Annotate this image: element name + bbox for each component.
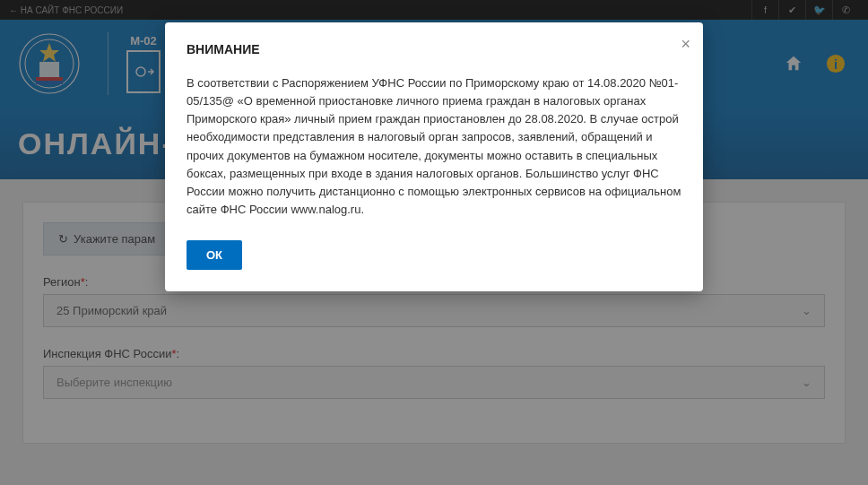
modal-body-text: В соответствии с Распоряжением УФНС Росс…: [187, 74, 681, 219]
modal-overlay[interactable]: × ВНИМАНИЕ В соответствии с Распоряжение…: [0, 0, 868, 485]
modal-title: ВНИМАНИЕ: [187, 42, 681, 56]
attention-modal: × ВНИМАНИЕ В соответствии с Распоряжение…: [165, 22, 703, 291]
modal-close-button[interactable]: ×: [681, 35, 690, 54]
modal-ok-button[interactable]: ОК: [187, 240, 242, 270]
close-icon: ×: [681, 35, 690, 53]
